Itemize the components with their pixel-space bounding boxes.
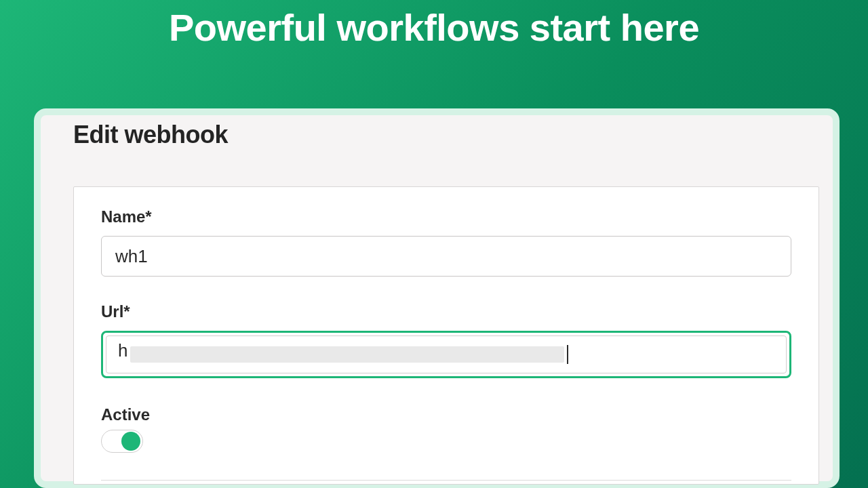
active-group: Active [101, 405, 791, 453]
name-group: Name* [101, 207, 791, 277]
active-label: Active [101, 405, 791, 424]
divider [101, 480, 791, 481]
form-panel: Name* Url* h Active [73, 186, 819, 485]
url-input-focus-ring: h [101, 331, 791, 378]
panel-title: Edit webhook [41, 115, 833, 149]
toggle-knob [121, 432, 140, 451]
name-label: Name* [101, 207, 791, 226]
url-input[interactable] [106, 336, 787, 373]
url-group: Url* h [101, 302, 791, 378]
name-input[interactable] [101, 236, 791, 277]
hero-title: Powerful workflows start here [0, 0, 868, 49]
url-label: Url* [101, 302, 791, 321]
edit-webhook-card: Edit webhook Name* Url* h Active [34, 108, 840, 488]
active-toggle[interactable] [101, 430, 143, 453]
